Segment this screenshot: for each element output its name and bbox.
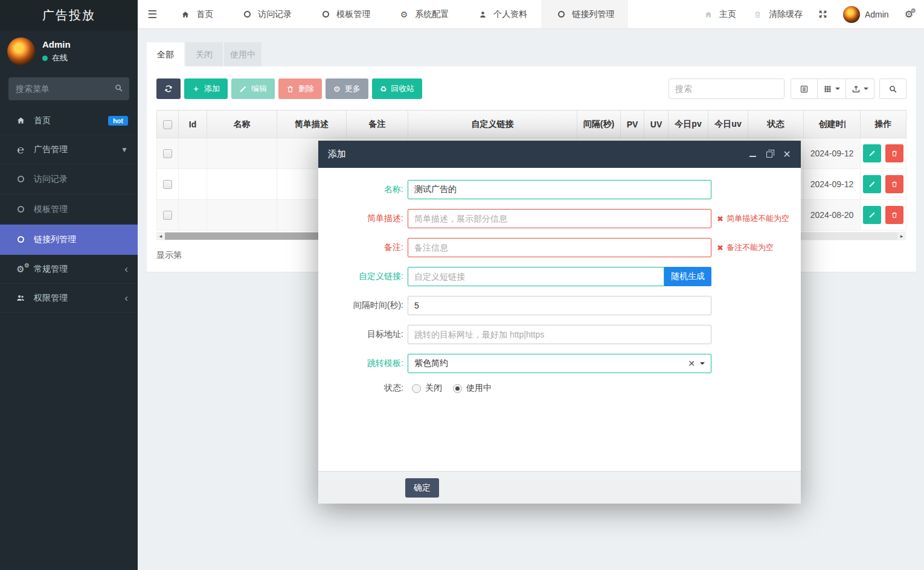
col-header-custom-link[interactable]: 自定义链接	[408, 110, 577, 138]
sidebar-item-general[interactable]: ⚙ 常规管理 ‹	[0, 255, 138, 284]
desc-field[interactable]	[408, 209, 711, 228]
circle-icon	[14, 206, 27, 213]
status-filter-tabs: 全部 关闭 使用中	[147, 42, 916, 66]
user-name: Admin	[42, 39, 71, 50]
filter-tab-closed[interactable]: 关闭	[185, 42, 223, 66]
clear-selection-icon[interactable]: ✕	[688, 359, 695, 368]
row-checkbox[interactable]	[163, 180, 172, 189]
col-header-remark[interactable]: 备注	[347, 110, 408, 138]
col-header-name[interactable]: 名称	[207, 110, 277, 138]
name-label: 名称:	[325, 184, 403, 195]
col-header-status[interactable]: 状态	[748, 110, 804, 138]
dialog-header[interactable]: 添加 ✕	[318, 141, 801, 168]
recycle-bin-button[interactable]: ♻回收站	[372, 78, 423, 99]
table-search-input[interactable]	[669, 78, 784, 99]
row-edit-button[interactable]	[863, 175, 881, 193]
nav-home-link[interactable]: 主页	[702, 9, 736, 20]
row-delete-button[interactable]	[885, 175, 903, 193]
nav-tab-home[interactable]: 首页	[165, 0, 227, 28]
interval-field[interactable]	[408, 296, 711, 315]
select-all-checkbox[interactable]	[163, 120, 172, 129]
nav-tab-label: 首页	[196, 9, 213, 20]
top-navbar: ☰ 首页 访问记录 模板管理 ⚙ 系统配置	[138, 0, 924, 29]
radio-inuse[interactable]: 使用中	[453, 383, 492, 394]
avatar	[843, 6, 860, 23]
col-header-desc[interactable]: 简单描述	[277, 110, 347, 138]
scroll-right-arrow[interactable]: ▸	[897, 233, 906, 239]
target-field[interactable]	[408, 325, 711, 344]
refresh-button[interactable]	[156, 78, 181, 99]
app-title: 广告投放	[0, 0, 138, 30]
nav-tab-label: 访问记录	[258, 9, 292, 20]
sidebar-item-label: 广告管理	[34, 144, 114, 155]
nav-tab-profile[interactable]: 个人资料	[463, 0, 541, 28]
col-header-today-uv[interactable]: 今日uv	[708, 110, 748, 138]
sidebar-item-visit-log[interactable]: 访问记录	[0, 164, 138, 194]
nav-tab-label: 链接列管理	[572, 9, 614, 20]
fullscreen-icon[interactable]	[818, 10, 827, 19]
filter-tab-all[interactable]: 全部	[147, 42, 184, 66]
sidebar-item-home[interactable]: 首页 hot	[0, 106, 138, 135]
custom-link-field[interactable]	[408, 267, 664, 286]
add-button[interactable]: ＋添加	[184, 78, 228, 99]
error-x-icon: ✖	[717, 243, 723, 252]
nav-tab-system-config[interactable]: ⚙ 系统配置	[384, 0, 463, 28]
col-header-pv[interactable]: PV	[621, 110, 644, 138]
settings-gear-icon[interactable]: ⚙	[905, 10, 913, 19]
row-delete-button[interactable]	[885, 144, 903, 162]
search-button[interactable]	[879, 78, 906, 99]
pencil-icon	[868, 211, 876, 219]
confirm-button[interactable]: 确定	[405, 478, 439, 498]
target-label: 目标地址:	[325, 329, 403, 340]
name-field[interactable]	[408, 180, 711, 199]
remark-label: 备注:	[325, 242, 403, 253]
row-edit-button[interactable]	[863, 206, 881, 224]
nav-tab-visit-log[interactable]: 访问记录	[227, 0, 306, 28]
sidebar-item-label: 首页	[34, 115, 101, 126]
edit-button[interactable]: 编辑	[231, 78, 275, 99]
minimize-icon[interactable]	[749, 152, 756, 157]
custom-link-label: 自定义链接:	[325, 271, 403, 282]
filter-tab-inuse[interactable]: 使用中	[224, 42, 261, 66]
nav-user-menu[interactable]: Admin	[843, 6, 889, 23]
col-header-today-pv[interactable]: 今日pv	[669, 110, 708, 138]
col-header-uv[interactable]: UV	[644, 110, 669, 138]
remark-field[interactable]	[408, 238, 711, 257]
chevron-left-icon: ‹	[124, 293, 128, 303]
chevron-left-icon: ‹	[124, 264, 128, 274]
col-header-id[interactable]: Id	[179, 110, 207, 138]
export-button[interactable]	[846, 78, 874, 99]
nav-tab-template-mgmt[interactable]: 模板管理	[306, 0, 384, 28]
user-icon	[476, 10, 489, 19]
pencil-icon	[239, 85, 247, 93]
detail-view-button[interactable]	[791, 78, 818, 99]
col-header-created[interactable]: 创建时间	[804, 110, 861, 138]
nav-clear-cache[interactable]: 清除缓存	[752, 9, 803, 20]
row-checkbox[interactable]	[163, 149, 172, 158]
home-icon	[14, 116, 27, 125]
interval-label: 间隔时间(秒):	[325, 300, 403, 311]
ads-icon: ℮	[14, 144, 27, 155]
menu-search-input[interactable]	[8, 77, 129, 100]
sidebar-item-label: 模板管理	[34, 204, 128, 215]
radio-closed[interactable]: 关闭	[412, 383, 442, 394]
gear-icon: ⚙	[333, 85, 341, 94]
more-button[interactable]: ⚙更多	[326, 78, 368, 99]
sidebar-item-ads[interactable]: ℮ 广告管理 ▼	[0, 135, 138, 164]
delete-button[interactable]: 删除	[278, 78, 322, 99]
sidebar-item-permissions[interactable]: 权限管理 ‹	[0, 284, 138, 313]
nav-tab-link-mgmt[interactable]: 链接列管理	[541, 0, 628, 28]
random-generate-button[interactable]: 随机生成	[664, 267, 711, 286]
maximize-icon[interactable]	[766, 152, 772, 158]
row-delete-button[interactable]	[885, 206, 903, 224]
scroll-left-arrow[interactable]: ◂	[156, 233, 165, 239]
col-header-interval[interactable]: 间隔(秒)	[577, 110, 621, 138]
sidebar-item-link-mgmt[interactable]: 链接列管理	[0, 225, 138, 255]
hamburger-icon[interactable]: ☰	[138, 8, 165, 21]
row-edit-button[interactable]	[863, 144, 881, 162]
close-icon[interactable]: ✕	[783, 150, 791, 159]
row-checkbox[interactable]	[163, 211, 172, 220]
columns-button[interactable]	[818, 78, 846, 99]
sidebar-item-template-mgmt[interactable]: 模板管理	[0, 194, 138, 225]
template-select[interactable]: 紫色简约 ✕	[408, 354, 711, 373]
